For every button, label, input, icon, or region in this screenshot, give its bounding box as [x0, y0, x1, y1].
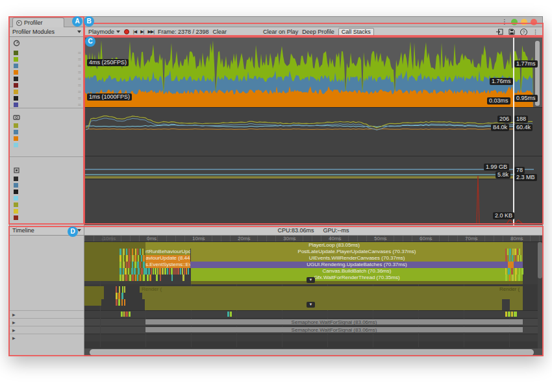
timeline-bar[interactable] [188, 268, 189, 275]
timeline-bar[interactable] [171, 275, 173, 281]
expand-arrow-icon[interactable]: ▶ [12, 328, 16, 332]
timeline-sample-bar[interactable]: Render ( [140, 286, 523, 293]
timeline-horizontal-scrollbar[interactable] [84, 349, 542, 356]
timeline-bar[interactable] [515, 275, 516, 281]
timeline-sample-bar[interactable]: Semaphore.WaitForSignal (83.06ms) [145, 327, 523, 332]
timeline-bar[interactable] [119, 275, 121, 281]
timeline-bar[interactable] [119, 286, 120, 293]
drag-handle-icon[interactable]: = [78, 96, 81, 101]
timeline-bar[interactable] [125, 275, 127, 281]
timeline-bar[interactable] [159, 268, 161, 275]
deep-profile-button[interactable]: Deep Profile [302, 29, 334, 35]
legend-item[interactable] [14, 201, 81, 208]
timeline-sample-bar[interactable]: s.EventSystems::Ev [145, 262, 190, 268]
timeline-bar[interactable] [517, 249, 518, 255]
legend-item[interactable]: = [14, 49, 81, 56]
timeline-bar[interactable] [135, 275, 136, 281]
timeline-bar[interactable] [141, 268, 143, 275]
timeline-bar[interactable] [149, 275, 151, 281]
timeline-bar[interactable] [157, 268, 158, 275]
window-light-yellow[interactable] [521, 19, 527, 25]
timeline-bar[interactable] [118, 299, 120, 306]
timeline-bar[interactable] [509, 255, 510, 262]
drag-handle-icon[interactable]: = [78, 103, 81, 107]
timeline-bar[interactable] [123, 268, 124, 275]
legend-item[interactable] [14, 188, 81, 195]
timeline-bar[interactable] [123, 249, 125, 255]
timeline-bar[interactable] [116, 286, 117, 293]
timeline-sample-bar[interactable]: UGUI.Rendering.UpdateBatches (70.37ms) [191, 262, 523, 268]
timeline-bar[interactable] [227, 312, 229, 317]
prev-frame-button[interactable]: |◀ [133, 29, 136, 34]
timeline-bar[interactable] [505, 312, 507, 317]
timeline-bar[interactable] [143, 255, 145, 262]
timeline-bar[interactable] [148, 268, 150, 275]
window-kebab-icon[interactable]: ⋮ [501, 19, 508, 25]
timeline-sample-bar[interactable]: UIEvents.WillRenderCanvases (70.37ms) [191, 255, 523, 262]
module-header[interactable] [13, 114, 23, 122]
timeline-bar[interactable] [521, 268, 523, 275]
timeline-sample-bar[interactable]: Semaphore.WaitForSignal (83.06ms) [145, 319, 523, 325]
timeline-bar[interactable] [143, 275, 145, 281]
timeline-bar[interactable] [138, 268, 140, 275]
timeline-bar[interactable] [140, 249, 141, 255]
timeline-bar[interactable] [126, 249, 127, 255]
timeline-bar[interactable] [512, 255, 513, 262]
drag-handle-icon[interactable]: = [78, 57, 81, 62]
timeline-bar[interactable] [121, 312, 123, 317]
timeline-bar[interactable] [132, 275, 134, 281]
drag-handle-icon[interactable]: = [78, 70, 81, 75]
timeline-bar[interactable] [141, 255, 142, 262]
timeline-bar[interactable] [162, 268, 164, 275]
drag-handle-icon[interactable]: = [78, 51, 81, 55]
timeline-bar[interactable] [508, 262, 514, 268]
thread-row-render-thread[interactable] [10, 285, 84, 293]
collapse-expander-button[interactable]: ▼ [307, 302, 315, 308]
timeline-bar[interactable] [511, 268, 513, 275]
module-header[interactable] [13, 167, 23, 175]
timeline-bar[interactable] [147, 275, 149, 281]
timeline-bar[interactable] [509, 249, 511, 255]
timeline-bar[interactable] [171, 268, 173, 275]
timeline-bar[interactable] [518, 275, 520, 281]
timeline-bar[interactable] [125, 268, 127, 275]
timeline-sample-bar[interactable]: PlayerLoop (83.05ms) [145, 242, 523, 249]
timeline-bar[interactable] [134, 262, 136, 268]
time-ruler[interactable]: -10ms0ms10ms20ms30ms40ms50ms60ms70ms80ms [84, 236, 542, 242]
timeline-bar[interactable] [119, 249, 121, 255]
scrollbar-thumb[interactable] [90, 349, 534, 356]
timeline-bar[interactable] [138, 255, 139, 262]
timeline-bar[interactable] [137, 275, 138, 281]
timeline-bar[interactable] [512, 275, 514, 281]
timeline-bar[interactable] [145, 299, 502, 306]
current-frame-button[interactable]: ▶▶| [147, 29, 154, 34]
timeline-bar[interactable] [182, 275, 184, 281]
timeline-bar[interactable] [124, 286, 125, 293]
timeline-bar[interactable] [126, 255, 128, 262]
timeline-sample-bar[interactable]: Canvas.BuildBatch (70.36ms) [191, 268, 523, 275]
timeline-bar[interactable] [512, 249, 514, 255]
legend-item[interactable] [14, 182, 81, 188]
import-icon[interactable] [496, 29, 503, 35]
timeline-bar[interactable] [505, 255, 507, 262]
thread-row-scripting-threads[interactable]: ▶ [10, 326, 84, 334]
legend-item[interactable]: = [14, 82, 81, 88]
timeline-bar[interactable] [129, 312, 131, 317]
timeline-bar[interactable] [505, 275, 507, 281]
timeline-canvas[interactable]: -10ms0ms10ms20ms30ms40ms50ms60ms70ms80ms… [84, 236, 542, 356]
timeline-bar[interactable] [145, 306, 523, 310]
timeline-bar[interactable] [160, 275, 161, 281]
timeline-bar[interactable] [123, 312, 125, 317]
timeline-bar[interactable] [519, 249, 520, 255]
timeline-bar[interactable] [515, 268, 517, 275]
legend-item[interactable] [14, 141, 81, 148]
timeline-bar[interactable] [84, 268, 145, 275]
clear-on-play-button[interactable]: Clear on Play [263, 29, 298, 35]
expand-arrow-icon[interactable]: ▶ [12, 312, 16, 317]
timeline-bar[interactable] [84, 293, 104, 299]
timeline-bar[interactable] [132, 262, 133, 268]
legend-item[interactable]: = [14, 75, 81, 82]
cpu-usage-chart[interactable] [84, 38, 542, 108]
timeline-bar[interactable] [129, 249, 130, 255]
legend-item[interactable]: = [14, 69, 81, 75]
